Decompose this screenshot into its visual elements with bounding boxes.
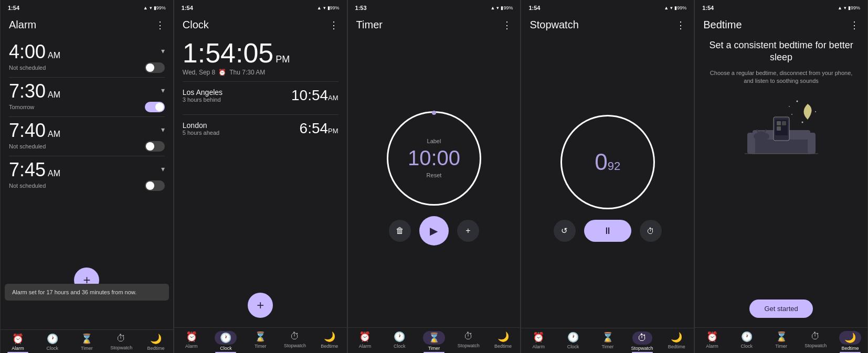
nav-timer[interactable]: ⌛ Timer xyxy=(70,333,104,351)
nav-bedtime-label: Bedtime xyxy=(147,346,164,351)
stopwatch-menu[interactable]: ⋮ xyxy=(676,19,685,31)
timer-nav-alarm[interactable]: ⏰ Alarm xyxy=(348,331,383,351)
timer-bedtime-icon: 🌙 xyxy=(497,331,509,343)
bedtime-nav-stopwatch-label: Stopwatch xyxy=(805,343,827,348)
alarm-menu[interactable]: ⋮ xyxy=(155,19,165,31)
stopwatch-bottom-nav: ⏰ Alarm 🕐 Clock ⌛ Timer ⏱ Stopwatch 🌙 Be… xyxy=(521,328,694,353)
bedtime-nav-clock[interactable]: 🕐 Clock xyxy=(729,331,764,351)
chevron-down-icon-4[interactable]: ▾ xyxy=(161,165,165,173)
chevron-down-icon-1[interactable]: ▾ xyxy=(161,47,165,55)
chevron-down-icon-3[interactable]: ▾ xyxy=(161,125,165,134)
sw-nav-clock[interactable]: 🕐 Clock xyxy=(556,331,590,351)
clock-nav-stopwatch-label: Stopwatch xyxy=(284,343,306,348)
stopwatch-pause-button[interactable]: ⏸ xyxy=(584,220,631,242)
bedtime-nav-stopwatch[interactable]: ⏱ Stopwatch xyxy=(798,331,833,351)
timer-time-display[interactable]: 10:00 xyxy=(408,146,460,170)
alarm-label-2: Tomorrow xyxy=(9,104,34,110)
add-world-clock-button[interactable]: + xyxy=(248,293,273,318)
bedtime-menu[interactable]: ⋮ xyxy=(850,19,859,31)
bedtime-nav-bedtime-label: Bedtime xyxy=(842,346,859,351)
svg-rect-7 xyxy=(782,121,786,125)
timer-circle: Label 10:00 Reset xyxy=(387,111,481,206)
sw-nav-timer[interactable]: ⌛ Timer xyxy=(590,331,625,351)
alarm-bottom-nav: ⏰ Alarm 🕐 Clock ⌛ Timer ⏱ Stopwatch 🌙 Be… xyxy=(1,329,173,353)
stopwatch-controls: ↺ ⏸ ⏱ xyxy=(554,220,662,242)
timer-clock-icon: 🕐 xyxy=(394,331,405,343)
timer-label[interactable]: Label xyxy=(427,138,441,144)
bedtime-nav-bedtime[interactable]: 🌙 Bedtime xyxy=(833,331,867,351)
bedtime-status-icons: ▲ ▾ ▮99% xyxy=(838,5,860,10)
nav-alarm-label: Alarm xyxy=(12,346,24,351)
sw-status-icons: ▲ ▾ ▮99% xyxy=(664,5,686,10)
bedtime-illustration xyxy=(739,93,823,167)
sw-nav-bedtime[interactable]: 🌙 Bedtime xyxy=(659,331,694,351)
clock-wifi-icon: ▾ xyxy=(323,5,326,10)
nav-timer-label: Timer xyxy=(81,346,93,351)
bedtime-nav-icon: 🌙 xyxy=(150,333,162,345)
nav-alarm[interactable]: ⏰ Alarm xyxy=(1,333,35,351)
alarm-toggle-4[interactable] xyxy=(145,180,165,191)
timer-play-button[interactable]: ▶ xyxy=(419,216,449,245)
bedtime-nav-alarm[interactable]: ⏰ Alarm xyxy=(695,331,729,351)
bedtime-nav-timer[interactable]: ⌛ Timer xyxy=(764,331,799,351)
chevron-down-icon-2[interactable]: ▾ xyxy=(161,86,165,94)
status-bar-alarm: 1:54 ▲ ▾ ▮99% xyxy=(1,0,173,15)
clock-nav-timer-label: Timer xyxy=(255,344,267,349)
nav-stopwatch[interactable]: ⏱ Stopwatch xyxy=(104,333,139,351)
alarm-time-1[interactable]: 4:00AM xyxy=(9,42,60,61)
timer-menu[interactable]: ⋮ xyxy=(502,19,512,31)
clock-nav-alarm[interactable]: ⏰ Alarm xyxy=(174,331,209,351)
alarm-time-4[interactable]: 7:45AM xyxy=(9,161,60,179)
clock-menu[interactable]: ⋮ xyxy=(329,19,338,31)
world-city-london: London xyxy=(183,121,219,130)
sw-wifi-icon: ▾ xyxy=(670,5,673,10)
clock-nav-stopwatch[interactable]: ⏱ Stopwatch xyxy=(278,331,312,351)
bedtime-main-title: Set a consistent bedtime for better slee… xyxy=(705,39,857,64)
stopwatch-nav-icon: ⏱ xyxy=(117,333,126,344)
sw-nav-alarm[interactable]: ⏰ Alarm xyxy=(521,331,556,351)
nav-clock[interactable]: 🕐 Clock xyxy=(35,333,70,351)
bedtime-clock-icon: 🕐 xyxy=(741,331,753,343)
stopwatch-reset-button[interactable]: ↺ xyxy=(554,220,576,242)
sw-status-time: 1:54 xyxy=(528,5,540,11)
timer-nav-timer[interactable]: ⌛ Timer xyxy=(417,331,451,351)
timer-bottom-nav: ⏰ Alarm 🕐 Clock ⌛ Timer ⏱ Stopwatch 🌙 Be… xyxy=(348,327,521,353)
bedtime-battery-icon: ▮99% xyxy=(848,5,860,10)
alarm-toggle-3[interactable] xyxy=(145,141,165,152)
world-time-london: 6:54PM xyxy=(300,120,338,137)
alarm-toggle-2[interactable] xyxy=(145,102,165,112)
nav-bedtime[interactable]: 🌙 Bedtime xyxy=(139,333,173,351)
timer-nav-bedtime-label: Bedtime xyxy=(494,344,512,349)
timer-add-button[interactable]: + xyxy=(457,220,479,242)
timer-delete-button[interactable]: 🗑 xyxy=(389,220,411,242)
timer-status-time: 1:53 xyxy=(355,5,367,11)
get-started-button[interactable]: Get started xyxy=(749,299,812,318)
alarm-time-3[interactable]: 7:40AM xyxy=(9,121,60,140)
clock-nav-clock[interactable]: 🕐 Clock xyxy=(209,331,244,351)
timer-reset-label[interactable]: Reset xyxy=(427,172,442,178)
timer-nav-bedtime[interactable]: 🌙 Bedtime xyxy=(486,331,521,351)
timer-nav-icon: ⌛ xyxy=(81,333,92,345)
bedtime-wifi-icon: ▾ xyxy=(844,5,846,10)
timer-nav-clock-label: Clock xyxy=(394,344,406,349)
sw-nav-stopwatch[interactable]: ⏱ Stopwatch xyxy=(625,331,660,351)
timer-nav-clock[interactable]: 🕐 Clock xyxy=(382,331,417,351)
stopwatch-lap-button[interactable]: ⏱ xyxy=(640,220,662,242)
nav-stopwatch-label: Stopwatch xyxy=(110,345,132,350)
clock-nav-timer[interactable]: ⌛ Timer xyxy=(243,331,278,351)
sw-timer-icon: ⌛ xyxy=(602,331,613,343)
alarm-content: 4:00AM ▾ Not scheduled 7:30AM ▾ Tomorrow xyxy=(1,34,173,329)
sw-alarm-icon: ⏰ xyxy=(533,331,544,343)
svg-point-15 xyxy=(789,106,790,107)
world-diff-london: 5 hours ahead xyxy=(183,130,219,136)
battery-icon: ▮99% xyxy=(154,5,166,10)
alarm-clock-icon: ⏰ xyxy=(218,69,226,76)
timer-nav-stopwatch[interactable]: ⏱ Stopwatch xyxy=(451,331,486,351)
stopwatch-header: Stopwatch ⋮ xyxy=(521,15,694,34)
bedtime-alarm-icon: ⏰ xyxy=(706,331,718,343)
clock-nav-bedtime[interactable]: 🌙 Bedtime xyxy=(312,331,347,351)
alarm-toggle-1[interactable] xyxy=(145,62,165,73)
alarm-time-2[interactable]: 7:30AM xyxy=(9,82,60,101)
phones-container: 1:54 ▲ ▾ ▮99% Alarm ⋮ 4:00AM ▾ Not sched… xyxy=(0,0,868,353)
timer-stopwatch-icon: ⏱ xyxy=(464,331,473,342)
